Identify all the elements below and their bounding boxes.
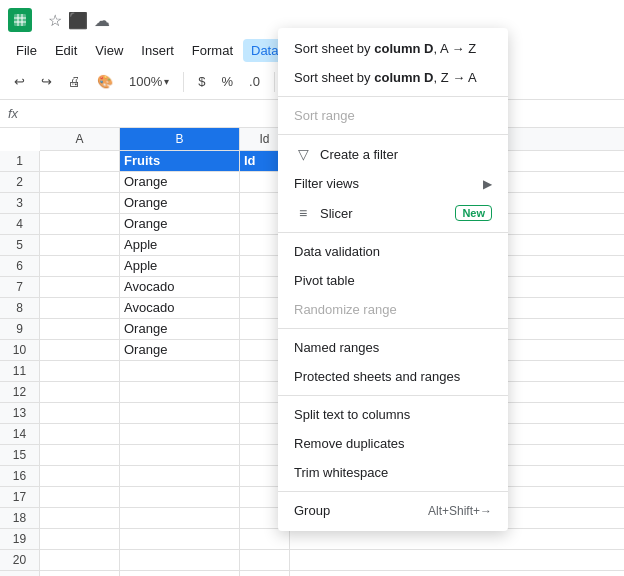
cell-a[interactable]	[40, 235, 120, 255]
data-dropdown-menu: Sort sheet by column D, A → Z Sort sheet…	[278, 28, 508, 531]
sort-az-item[interactable]: Sort sheet by column D, A → Z	[278, 34, 508, 63]
group-section: Group Alt+Shift+→	[278, 491, 508, 527]
pivot-table-item[interactable]: Pivot table	[278, 266, 508, 295]
data-tools-section: Data validation Pivot table Randomize ra…	[278, 232, 508, 326]
cell-a[interactable]	[40, 550, 120, 570]
currency-button[interactable]: $	[192, 71, 211, 92]
cell-a[interactable]	[40, 172, 120, 192]
zoom-control[interactable]: 100% ▾	[123, 71, 175, 92]
menu-insert[interactable]: Insert	[133, 39, 182, 62]
paint-format-button[interactable]: 🎨	[91, 71, 119, 92]
named-ranges-item[interactable]: Named ranges	[278, 333, 508, 362]
row-number: 18	[0, 508, 40, 528]
trim-whitespace-item[interactable]: Trim whitespace	[278, 458, 508, 487]
cell-b[interactable]	[120, 571, 240, 576]
undo-button[interactable]: ↩	[8, 71, 31, 92]
cell-a[interactable]	[40, 424, 120, 444]
row-number: 2	[0, 172, 40, 192]
cell-b[interactable]: Avocado	[120, 298, 240, 318]
cell-a[interactable]	[40, 214, 120, 234]
cell-b[interactable]	[120, 550, 240, 570]
cell-a[interactable]	[40, 340, 120, 360]
split-text-item[interactable]: Split text to columns	[278, 400, 508, 429]
print-button[interactable]: 🖨	[62, 71, 87, 92]
menu-view[interactable]: View	[87, 39, 131, 62]
cell-b[interactable]: Orange	[120, 340, 240, 360]
redo-button[interactable]: ↪	[35, 71, 58, 92]
percent-button[interactable]: %	[215, 71, 239, 92]
star-icon[interactable]: ☆	[48, 11, 62, 30]
row-number: 14	[0, 424, 40, 444]
cell-a[interactable]	[40, 277, 120, 297]
menu-edit[interactable]: Edit	[47, 39, 85, 62]
row-number: 9	[0, 319, 40, 339]
cell-a[interactable]	[40, 361, 120, 381]
cell-a[interactable]	[40, 403, 120, 423]
cell-b[interactable]	[120, 424, 240, 444]
cell-b[interactable]	[120, 445, 240, 465]
slicer-item[interactable]: ≡ Slicer New	[278, 198, 508, 228]
sort-range-section: Sort range	[278, 96, 508, 132]
cell-b[interactable]: Orange	[120, 172, 240, 192]
remove-duplicates-item[interactable]: Remove duplicates	[278, 429, 508, 458]
cell-b[interactable]	[120, 382, 240, 402]
sort-za-item[interactable]: Sort sheet by column D, Z → A	[278, 63, 508, 92]
cell-a[interactable]	[40, 193, 120, 213]
menu-format[interactable]: Format	[184, 39, 241, 62]
new-badge: New	[455, 205, 492, 221]
sort-range-item: Sort range	[278, 101, 508, 130]
cloud-icon[interactable]: ☁	[94, 11, 110, 30]
col-header-a[interactable]: A	[40, 128, 120, 150]
cell-a[interactable]	[40, 529, 120, 549]
cell-a[interactable]	[40, 466, 120, 486]
cell-b[interactable]	[120, 529, 240, 549]
cell-b[interactable]: Fruits	[120, 151, 240, 171]
cell-b[interactable]: Orange	[120, 193, 240, 213]
col-header-b[interactable]: B	[120, 128, 240, 150]
arrow-icon: ▶	[483, 177, 492, 191]
decimal-decrease-button[interactable]: .0	[243, 71, 266, 92]
cell-b[interactable]	[120, 508, 240, 528]
cell-a[interactable]	[40, 151, 120, 171]
text-ops-section: Split text to columns Remove duplicates …	[278, 395, 508, 489]
filter-views-item[interactable]: Filter views ▶	[278, 169, 508, 198]
cell-a[interactable]	[40, 487, 120, 507]
cell-a[interactable]	[40, 298, 120, 318]
cell-a[interactable]	[40, 508, 120, 528]
table-row[interactable]: 21	[0, 571, 624, 576]
table-row[interactable]: 19	[0, 529, 624, 550]
cell-c[interactable]	[240, 571, 290, 576]
cell-b[interactable]: Orange	[120, 214, 240, 234]
cell-b[interactable]: Avocado	[120, 277, 240, 297]
row-number: 1	[0, 151, 40, 171]
cell-c[interactable]	[240, 550, 290, 570]
fx-icon: fx	[8, 106, 18, 121]
row-number: 20	[0, 550, 40, 570]
menu-file[interactable]: File	[8, 39, 45, 62]
data-validation-item[interactable]: Data validation	[278, 237, 508, 266]
cell-a[interactable]	[40, 382, 120, 402]
row-number: 10	[0, 340, 40, 360]
table-row[interactable]: 20	[0, 550, 624, 571]
cell-a[interactable]	[40, 256, 120, 276]
cell-a[interactable]	[40, 319, 120, 339]
row-number: 15	[0, 445, 40, 465]
group-item[interactable]: Group Alt+Shift+→	[278, 496, 508, 525]
cell-a[interactable]	[40, 571, 120, 576]
cell-b[interactable]: Apple	[120, 235, 240, 255]
cell-b[interactable]	[120, 361, 240, 381]
row-number: 16	[0, 466, 40, 486]
row-number: 17	[0, 487, 40, 507]
filter-icon: ▽	[294, 146, 312, 162]
cell-b[interactable]: Orange	[120, 319, 240, 339]
cell-b[interactable]: Apple	[120, 256, 240, 276]
cell-b[interactable]	[120, 466, 240, 486]
cell-b[interactable]	[120, 487, 240, 507]
create-filter-item[interactable]: ▽ Create a filter	[278, 139, 508, 169]
protected-sheets-item[interactable]: Protected sheets and ranges	[278, 362, 508, 391]
cell-c[interactable]	[240, 529, 290, 549]
cell-b[interactable]	[120, 403, 240, 423]
svg-rect-0	[14, 14, 26, 26]
history-icon[interactable]: ⬛	[68, 11, 88, 30]
cell-a[interactable]	[40, 445, 120, 465]
